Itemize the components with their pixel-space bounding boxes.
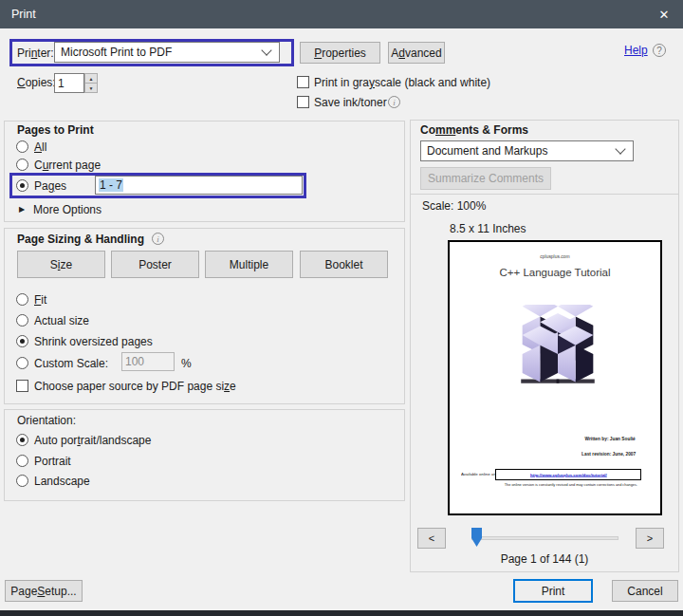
landscape-label: Landscape xyxy=(34,475,90,488)
landscape-radio[interactable] xyxy=(16,475,28,487)
paper-source-label: Choose paper source by PDF page size xyxy=(34,380,236,393)
help-link[interactable]: Help xyxy=(624,44,648,57)
shrink-label: Shrink oversized pages xyxy=(34,335,153,348)
printer-dropdown[interactable]: Microsoft Print to PDF xyxy=(54,42,280,63)
custom-scale-value: 100 xyxy=(125,355,144,368)
orientation-heading: Orientation: xyxy=(17,414,76,427)
more-options-triangle-icon[interactable]: ▶ xyxy=(19,205,25,214)
preview-site-text: cplusplus.com xyxy=(489,254,620,260)
portrait-label: Portrait xyxy=(34,455,71,468)
page-sizing-heading: Page Sizing & Handling xyxy=(17,233,144,246)
auto-orientation-label: Auto portrait/landscape xyxy=(34,434,151,447)
preview-available-label: Available online at: xyxy=(461,472,496,476)
pages-range-value: 1 - 7 xyxy=(99,178,123,192)
copies-input[interactable]: 1 xyxy=(54,73,84,93)
copies-spin-down[interactable]: ▼ xyxy=(84,83,98,93)
title-bar: Print ✕ xyxy=(0,0,683,28)
help-question-icon[interactable]: ? xyxy=(653,44,666,57)
copies-label: Copies: xyxy=(17,76,56,89)
page-sizing-info-icon[interactable]: i xyxy=(152,233,164,245)
poster-button[interactable]: Poster xyxy=(111,251,199,278)
percent-label: % xyxy=(181,357,192,370)
custom-scale-label: Custom Scale: xyxy=(34,357,108,370)
pages-to-print-heading: Pages to Print xyxy=(17,123,94,137)
auto-orientation-radio[interactable] xyxy=(16,434,28,446)
save-ink-info-icon[interactable]: i xyxy=(388,96,400,108)
all-label: All xyxy=(34,140,46,154)
grayscale-label: Print in grayscale (black and white) xyxy=(314,76,490,89)
actual-size-label: Actual size xyxy=(34,314,89,327)
page-setup-button[interactable]: Page Setup... xyxy=(5,580,83,602)
scale-label: Scale: 100% xyxy=(422,199,486,213)
fit-label: Fit xyxy=(34,293,46,307)
page-count-label: Page 1 of 144 (1) xyxy=(410,552,679,566)
cplusplus-cubes-logo xyxy=(505,305,611,403)
close-icon[interactable]: ✕ xyxy=(653,5,675,24)
printer-label: Printer: xyxy=(17,47,54,60)
window-bottom-edge xyxy=(0,610,683,616)
advanced-button[interactable]: Advanced xyxy=(388,42,445,64)
print-button[interactable]: Print xyxy=(513,579,593,603)
more-options-label[interactable]: More Options xyxy=(33,203,102,216)
paper-source-checkbox[interactable] xyxy=(16,380,28,392)
comments-forms-dropdown[interactable]: Document and Markups xyxy=(420,140,634,161)
booklet-button[interactable]: Booklet xyxy=(300,251,388,278)
shrink-radio[interactable] xyxy=(16,335,28,347)
custom-scale-input: 100 xyxy=(121,352,175,371)
preview-link: http://www.cplusplus.com/doc/tutorial/ xyxy=(530,473,607,477)
save-ink-checkbox[interactable] xyxy=(297,96,309,108)
custom-scale-radio[interactable] xyxy=(16,357,28,369)
preview-doc-title: C++ Language Tutorial xyxy=(450,267,660,278)
preview-note: The online version is constantly revised… xyxy=(505,483,606,487)
copies-value: 1 xyxy=(58,77,65,90)
grayscale-checkbox[interactable] xyxy=(297,76,309,88)
prev-page-button[interactable]: < xyxy=(417,528,446,549)
next-page-button[interactable]: > xyxy=(636,528,664,549)
comments-forms-heading: Comments & Forms xyxy=(420,123,528,137)
page-preview: cplusplus.com C++ Language Tutorial xyxy=(448,240,662,515)
page-slider-track[interactable] xyxy=(471,536,618,540)
print-dialog: Print ✕ Printer: Microsoft Print to PDF … xyxy=(0,0,683,616)
right-pane-divider xyxy=(410,194,679,195)
all-radio[interactable] xyxy=(16,140,28,153)
dialog-title: Print xyxy=(11,8,36,21)
preview-revision: Last revision: June, 2007 xyxy=(581,452,636,457)
pages-range-input[interactable]: 1 - 7 xyxy=(95,176,303,195)
current-page-radio[interactable] xyxy=(16,159,28,171)
current-page-label: Current page xyxy=(34,159,101,172)
pages-radio[interactable] xyxy=(16,179,28,192)
chevron-down-icon xyxy=(261,45,271,55)
paper-size-label: 8.5 x 11 Inches xyxy=(450,222,526,235)
cancel-button[interactable]: Cancel xyxy=(612,580,678,602)
printer-dropdown-value: Microsoft Print to PDF xyxy=(55,46,263,59)
properties-button[interactable]: Properties xyxy=(300,42,380,64)
fit-radio[interactable] xyxy=(16,293,28,306)
save-ink-label: Save ink/toner xyxy=(314,96,387,109)
pages-label: Pages xyxy=(34,179,66,193)
actual-size-radio[interactable] xyxy=(16,314,28,327)
multiple-button[interactable]: Multiple xyxy=(205,251,293,278)
comments-forms-value: Document and Markups xyxy=(421,144,617,158)
size-button[interactable]: Size xyxy=(17,251,105,278)
summarize-comments-button: Summarize Comments xyxy=(420,167,551,190)
chevron-down-icon xyxy=(615,143,625,154)
preview-link-box: http://www.cplusplus.com/doc/tutorial/ xyxy=(495,469,641,480)
portrait-radio[interactable] xyxy=(16,455,28,467)
preview-written-by: Written by: Juan Soulié xyxy=(585,437,636,441)
